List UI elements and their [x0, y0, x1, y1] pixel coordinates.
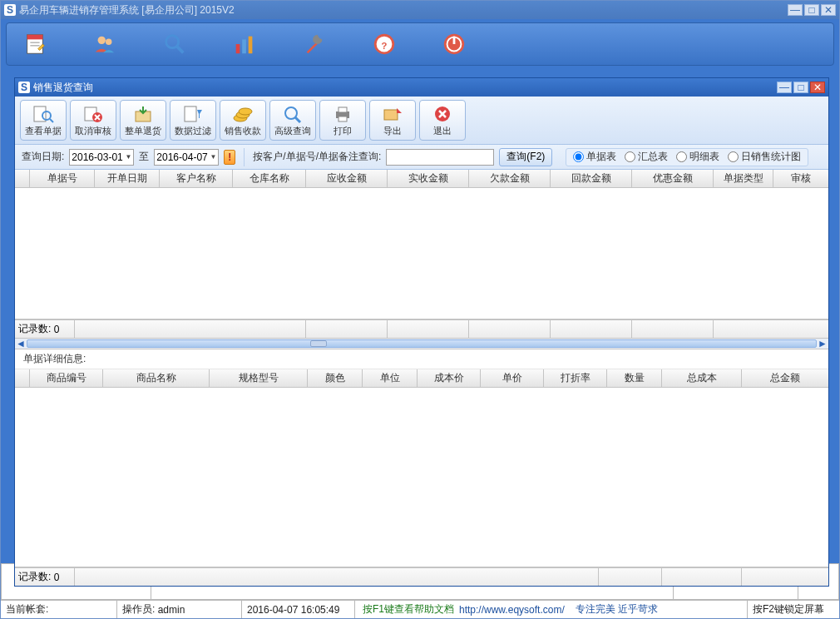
main-title: 易企用车辆进销存管理系统 [易企用公司] 2015V2 — [19, 3, 786, 17]
col-prod-name[interactable]: 商品名称 — [103, 369, 210, 387]
col-owed[interactable]: 欠款金额 — [469, 170, 551, 187]
separator — [244, 148, 245, 166]
horizontal-splitter[interactable]: ◄ ► — [15, 338, 828, 349]
status-lock: 按F2键锁定屏幕 — [748, 601, 839, 618]
col-color[interactable]: 颜色 — [308, 369, 363, 387]
cancel-audit-button[interactable]: 取消审核 — [70, 100, 116, 141]
col-price[interactable]: 单价 — [481, 369, 544, 387]
app-icon: S — [4, 4, 16, 16]
search-input[interactable] — [386, 149, 494, 166]
svg-text:?: ? — [382, 41, 388, 51]
svg-line-28 — [295, 117, 300, 122]
scrollbar-track[interactable] — [27, 339, 817, 348]
top-search-icon[interactable] — [155, 27, 195, 61]
svg-rect-23 — [185, 106, 196, 121]
view-mode-radios: 单据表 汇总表 明细表 日销售统计图 — [566, 148, 808, 166]
top-grid-body[interactable] — [15, 188, 828, 319]
return-icon — [131, 104, 155, 124]
export-icon — [381, 104, 404, 124]
filter-bar: 查询日期: 2016-03-01▼ 至 2016-04-07▼ ! 按客户/单据… — [15, 145, 828, 170]
detail-label: 单据详细信息: — [15, 349, 828, 369]
top-grid: 单据号 开单日期 客户名称 仓库名称 应收金额 实收金额 欠款金额 回款金额 优… — [15, 170, 828, 338]
top-grid-header: 单据号 开单日期 客户名称 仓库名称 应收金额 实收金额 欠款金额 回款金额 优… — [15, 170, 828, 188]
bottom-grid: 商品编号 商品名称 规格型号 颜色 单位 成本价 单价 打折率 数量 总成本 总… — [15, 369, 828, 586]
svg-rect-30 — [338, 107, 347, 112]
help-link[interactable]: http://www.eqysoft.com/ — [459, 604, 565, 616]
col-open-date[interactable]: 开单日期 — [95, 170, 160, 187]
status-datetime: 2016-04-07 16:05:49 — [242, 601, 355, 618]
maximize-button[interactable]: □ — [804, 4, 819, 16]
scrollbar-thumb[interactable] — [310, 340, 327, 347]
print-button[interactable]: 打印 — [319, 100, 366, 141]
top-tools-icon[interactable] — [294, 27, 334, 61]
export-button[interactable]: 导出 — [369, 100, 416, 141]
view-doc-button[interactable]: 查看单据 — [20, 100, 67, 141]
dropdown-icon: ▼ — [125, 153, 131, 161]
full-return-button[interactable]: 整单退货 — [120, 100, 166, 141]
search-label: 按客户/单据号/单据备注查询: — [253, 150, 381, 164]
col-audit[interactable]: 审核 — [773, 170, 828, 187]
top-toolbar: ? — [6, 22, 834, 66]
child-close-button[interactable]: ✕ — [810, 82, 825, 93]
child-maximize-button[interactable]: □ — [793, 82, 808, 93]
magnifier-icon — [281, 104, 304, 124]
col-returned[interactable]: 回款金额 — [551, 170, 632, 187]
col-qty[interactable]: 数量 — [607, 369, 662, 387]
status-help: 按F1键查看帮助文档 http://www.eqysoft.com/ 专注完美 … — [355, 601, 748, 618]
child-icon: S — [18, 82, 30, 93]
exit-button[interactable]: 退出 — [419, 100, 466, 141]
svg-point-26 — [239, 108, 252, 115]
query-button[interactable]: 查询(F2) — [499, 148, 552, 166]
scroll-right-icon[interactable]: ► — [817, 339, 828, 349]
radio-daily-chart[interactable]: 日销售统计图 — [728, 150, 801, 164]
col-spec[interactable]: 规格型号 — [210, 369, 308, 387]
col-customer[interactable]: 客户名称 — [160, 170, 233, 187]
svg-rect-9 — [242, 39, 246, 53]
col-received[interactable]: 实收金额 — [388, 170, 469, 187]
coins-icon — [231, 104, 254, 124]
col-doc-type[interactable]: 单据类型 — [714, 170, 773, 187]
top-help-icon[interactable]: ? — [364, 27, 404, 61]
radio-summary[interactable]: 汇总表 — [625, 150, 668, 164]
top-users-icon[interactable] — [85, 27, 125, 61]
svg-line-19 — [50, 119, 53, 122]
col-discount[interactable]: 优惠金额 — [632, 170, 714, 187]
col-total-cost[interactable]: 总成本 — [662, 369, 742, 387]
bottom-grid-footer: 记录数: 0 — [15, 567, 828, 586]
svg-point-5 — [106, 38, 112, 45]
top-notes-icon[interactable] — [15, 27, 55, 61]
svg-rect-8 — [236, 44, 240, 53]
radio-doc-table[interactable]: 单据表 — [573, 150, 616, 164]
bottom-grid-header: 商品编号 商品名称 规格型号 颜色 单位 成本价 单价 打折率 数量 总成本 总… — [15, 369, 828, 388]
col-doc-no[interactable]: 单据号 — [30, 170, 95, 187]
cancel-audit-icon — [82, 104, 105, 124]
col-cost[interactable]: 成本价 — [418, 369, 481, 387]
radio-detail[interactable]: 明细表 — [676, 150, 719, 164]
status-operator: 操作员: admin — [117, 601, 242, 618]
date-to-input[interactable]: 2016-04-07▼ — [154, 149, 219, 166]
date-alert-icon[interactable]: ! — [224, 150, 235, 165]
col-receivable[interactable]: 应收金额 — [306, 170, 388, 187]
adv-query-button[interactable]: 高级查询 — [269, 100, 316, 141]
col-total-amt[interactable]: 总金额 — [742, 369, 828, 387]
data-filter-button[interactable]: 数据过滤 — [170, 100, 216, 141]
svg-line-7 — [177, 47, 184, 53]
col-warehouse[interactable]: 仓库名称 — [233, 170, 306, 187]
col-discount-rate[interactable]: 打折率 — [544, 369, 607, 387]
main-body: ? S 销售退货查询 — □ ✕ 查看单据 取消审核 整单退货 数据过滤 销售收… — [1, 19, 839, 563]
sales-receipt-button[interactable]: 销售收款 — [220, 100, 266, 141]
svg-rect-10 — [249, 37, 253, 54]
minimize-button[interactable]: — — [788, 4, 803, 16]
top-chart-icon[interactable] — [225, 27, 264, 61]
child-minimize-button[interactable]: — — [777, 82, 792, 93]
record-count-label: 记录数: 0 — [15, 568, 75, 586]
col-prod-no[interactable]: 商品编号 — [30, 369, 103, 387]
scroll-left-icon[interactable]: ◄ — [15, 339, 27, 349]
date-from-input[interactable]: 2016-03-01▼ — [69, 149, 134, 166]
child-title: 销售退货查询 — [33, 81, 775, 95]
col-unit[interactable]: 单位 — [363, 369, 418, 387]
close-button[interactable]: ✕ — [821, 4, 836, 16]
bottom-grid-body[interactable] — [15, 388, 828, 567]
record-count-label: 记录数: 0 — [15, 320, 75, 338]
top-power-icon[interactable] — [434, 27, 474, 61]
